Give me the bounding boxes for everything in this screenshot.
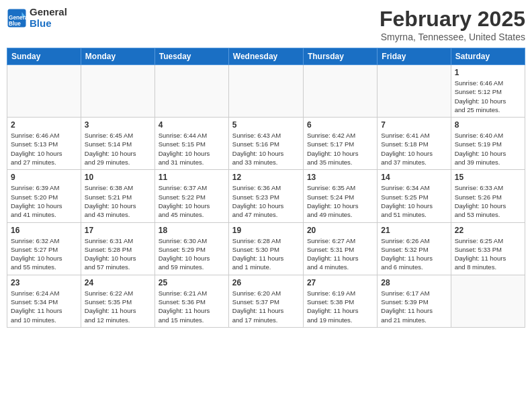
day-info: Sunrise: 6:31 AM Sunset: 5:28 PM Dayligh… bbox=[85, 236, 151, 272]
calendar-cell: 12Sunrise: 6:36 AM Sunset: 5:23 PM Dayli… bbox=[228, 170, 303, 222]
calendar-cell: 7Sunrise: 6:41 AM Sunset: 5:18 PM Daylig… bbox=[378, 118, 451, 170]
calendar-cell: 26Sunrise: 6:20 AM Sunset: 5:37 PM Dayli… bbox=[228, 275, 303, 327]
day-number: 13 bbox=[307, 173, 373, 182]
day-info: Sunrise: 6:20 AM Sunset: 5:37 PM Dayligh… bbox=[232, 289, 300, 324]
calendar-cell bbox=[451, 275, 525, 327]
day-number: 25 bbox=[159, 278, 225, 287]
logo-blue: Blue bbox=[30, 18, 67, 30]
day-info: Sunrise: 6:46 AM Sunset: 5:12 PM Dayligh… bbox=[455, 79, 521, 114]
calendar-cell: 27Sunrise: 6:19 AM Sunset: 5:38 PM Dayli… bbox=[303, 275, 377, 327]
calendar-cell: 14Sunrise: 6:34 AM Sunset: 5:25 PM Dayli… bbox=[378, 170, 451, 222]
day-info: Sunrise: 6:35 AM Sunset: 5:24 PM Dayligh… bbox=[307, 183, 373, 219]
day-info: Sunrise: 6:30 AM Sunset: 5:29 PM Dayligh… bbox=[159, 236, 225, 272]
weekday-header-sunday: Sunday bbox=[7, 48, 81, 65]
calendar-cell: 18Sunrise: 6:30 AM Sunset: 5:29 PM Dayli… bbox=[154, 222, 228, 275]
day-number: 4 bbox=[159, 120, 225, 130]
calendar-cell bbox=[154, 65, 228, 118]
calendar-cell: 24Sunrise: 6:22 AM Sunset: 5:35 PM Dayli… bbox=[81, 275, 154, 327]
day-info: Sunrise: 6:22 AM Sunset: 5:35 PM Dayligh… bbox=[85, 289, 151, 324]
calendar-cell: 9Sunrise: 6:39 AM Sunset: 5:20 PM Daylig… bbox=[7, 170, 81, 222]
calendar-cell: 10Sunrise: 6:38 AM Sunset: 5:21 PM Dayli… bbox=[81, 170, 154, 222]
weekday-header-friday: Friday bbox=[378, 48, 451, 65]
calendar: SundayMondayTuesdayWednesdayThursdayFrid… bbox=[7, 48, 525, 328]
location: Smyrna, Tennessee, United States bbox=[380, 32, 525, 42]
day-number: 11 bbox=[159, 173, 225, 182]
calendar-week-row: 2Sunrise: 6:46 AM Sunset: 5:13 PM Daylig… bbox=[7, 118, 525, 170]
day-number: 2 bbox=[11, 120, 77, 130]
calendar-week-row: 1Sunrise: 6:46 AM Sunset: 5:12 PM Daylig… bbox=[7, 65, 525, 118]
calendar-cell: 6Sunrise: 6:42 AM Sunset: 5:17 PM Daylig… bbox=[303, 118, 377, 170]
calendar-cell: 8Sunrise: 6:40 AM Sunset: 5:19 PM Daylig… bbox=[451, 118, 525, 170]
title-block: February 2025 Smyrna, Tennessee, United … bbox=[380, 7, 525, 42]
calendar-cell: 17Sunrise: 6:31 AM Sunset: 5:28 PM Dayli… bbox=[81, 222, 154, 275]
weekday-header-monday: Monday bbox=[81, 48, 154, 65]
calendar-cell bbox=[81, 65, 154, 118]
day-number: 5 bbox=[232, 120, 300, 130]
day-info: Sunrise: 6:21 AM Sunset: 5:36 PM Dayligh… bbox=[159, 289, 225, 324]
day-info: Sunrise: 6:33 AM Sunset: 5:26 PM Dayligh… bbox=[455, 183, 521, 219]
day-number: 21 bbox=[381, 226, 447, 235]
calendar-cell bbox=[378, 65, 451, 118]
day-number: 24 bbox=[85, 278, 151, 287]
calendar-cell: 25Sunrise: 6:21 AM Sunset: 5:36 PM Dayli… bbox=[154, 275, 228, 327]
calendar-week-row: 16Sunrise: 6:32 AM Sunset: 5:27 PM Dayli… bbox=[7, 222, 525, 275]
day-number: 23 bbox=[11, 278, 77, 287]
day-number: 26 bbox=[232, 278, 300, 287]
day-info: Sunrise: 6:42 AM Sunset: 5:17 PM Dayligh… bbox=[307, 131, 373, 167]
calendar-cell: 4Sunrise: 6:44 AM Sunset: 5:15 PM Daylig… bbox=[154, 118, 228, 170]
calendar-cell: 16Sunrise: 6:32 AM Sunset: 5:27 PM Dayli… bbox=[7, 222, 81, 275]
weekday-header-tuesday: Tuesday bbox=[154, 48, 228, 65]
day-number: 8 bbox=[455, 120, 521, 130]
day-number: 19 bbox=[232, 226, 300, 235]
day-info: Sunrise: 6:32 AM Sunset: 5:27 PM Dayligh… bbox=[11, 236, 77, 272]
calendar-cell bbox=[7, 65, 81, 118]
day-number: 22 bbox=[455, 226, 521, 235]
month-title: February 2025 bbox=[380, 7, 525, 32]
day-number: 12 bbox=[232, 173, 300, 182]
weekday-header-thursday: Thursday bbox=[303, 48, 377, 65]
day-info: Sunrise: 6:27 AM Sunset: 5:31 PM Dayligh… bbox=[307, 236, 373, 272]
day-info: Sunrise: 6:43 AM Sunset: 5:16 PM Dayligh… bbox=[232, 131, 300, 167]
logo-general: General bbox=[30, 7, 67, 18]
day-info: Sunrise: 6:36 AM Sunset: 5:23 PM Dayligh… bbox=[232, 183, 300, 219]
calendar-cell: 21Sunrise: 6:26 AM Sunset: 5:32 PM Dayli… bbox=[378, 222, 451, 275]
calendar-cell: 22Sunrise: 6:25 AM Sunset: 5:33 PM Dayli… bbox=[451, 222, 525, 275]
day-info: Sunrise: 6:34 AM Sunset: 5:25 PM Dayligh… bbox=[381, 183, 447, 219]
day-info: Sunrise: 6:37 AM Sunset: 5:22 PM Dayligh… bbox=[159, 183, 225, 219]
day-number: 14 bbox=[381, 173, 447, 182]
calendar-cell: 1Sunrise: 6:46 AM Sunset: 5:12 PM Daylig… bbox=[451, 65, 525, 118]
logo-icon: General Blue bbox=[7, 8, 27, 28]
weekday-header-row: SundayMondayTuesdayWednesdayThursdayFrid… bbox=[7, 48, 525, 65]
day-number: 20 bbox=[307, 226, 373, 235]
calendar-cell bbox=[228, 65, 303, 118]
day-info: Sunrise: 6:44 AM Sunset: 5:15 PM Dayligh… bbox=[159, 131, 225, 167]
calendar-cell: 28Sunrise: 6:17 AM Sunset: 5:39 PM Dayli… bbox=[378, 275, 451, 327]
day-number: 16 bbox=[11, 226, 77, 235]
day-info: Sunrise: 6:45 AM Sunset: 5:14 PM Dayligh… bbox=[85, 131, 151, 167]
day-number: 28 bbox=[381, 278, 447, 287]
header: General Blue General Blue February 2025 … bbox=[7, 7, 525, 42]
calendar-cell: 19Sunrise: 6:28 AM Sunset: 5:30 PM Dayli… bbox=[228, 222, 303, 275]
day-info: Sunrise: 6:41 AM Sunset: 5:18 PM Dayligh… bbox=[381, 131, 447, 167]
calendar-cell: 20Sunrise: 6:27 AM Sunset: 5:31 PM Dayli… bbox=[303, 222, 377, 275]
day-info: Sunrise: 6:38 AM Sunset: 5:21 PM Dayligh… bbox=[85, 183, 151, 219]
weekday-header-wednesday: Wednesday bbox=[228, 48, 303, 65]
logo: General Blue General Blue bbox=[7, 7, 67, 29]
day-number: 10 bbox=[85, 173, 151, 182]
page: General Blue General Blue February 2025 … bbox=[0, 0, 532, 411]
calendar-week-row: 23Sunrise: 6:24 AM Sunset: 5:34 PM Dayli… bbox=[7, 275, 525, 327]
day-info: Sunrise: 6:28 AM Sunset: 5:30 PM Dayligh… bbox=[232, 236, 300, 272]
calendar-cell: 5Sunrise: 6:43 AM Sunset: 5:16 PM Daylig… bbox=[228, 118, 303, 170]
weekday-header-saturday: Saturday bbox=[451, 48, 525, 65]
day-info: Sunrise: 6:24 AM Sunset: 5:34 PM Dayligh… bbox=[11, 289, 77, 324]
day-number: 9 bbox=[11, 173, 77, 182]
day-info: Sunrise: 6:25 AM Sunset: 5:33 PM Dayligh… bbox=[455, 236, 521, 272]
svg-text:Blue: Blue bbox=[9, 20, 21, 26]
day-info: Sunrise: 6:39 AM Sunset: 5:20 PM Dayligh… bbox=[11, 183, 77, 219]
day-info: Sunrise: 6:17 AM Sunset: 5:39 PM Dayligh… bbox=[381, 289, 447, 324]
calendar-cell bbox=[303, 65, 377, 118]
calendar-week-row: 9Sunrise: 6:39 AM Sunset: 5:20 PM Daylig… bbox=[7, 170, 525, 222]
calendar-cell: 23Sunrise: 6:24 AM Sunset: 5:34 PM Dayli… bbox=[7, 275, 81, 327]
calendar-cell: 2Sunrise: 6:46 AM Sunset: 5:13 PM Daylig… bbox=[7, 118, 81, 170]
day-number: 15 bbox=[455, 173, 521, 182]
